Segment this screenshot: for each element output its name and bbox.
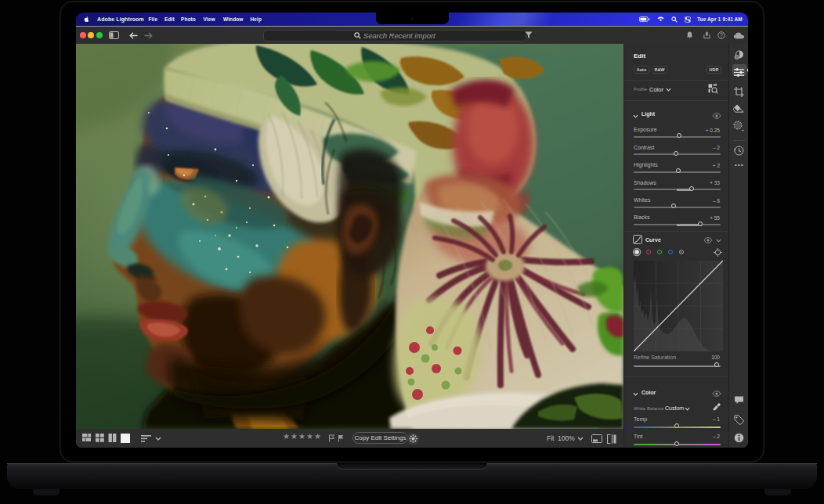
svg-text:+: + bbox=[742, 128, 745, 132]
